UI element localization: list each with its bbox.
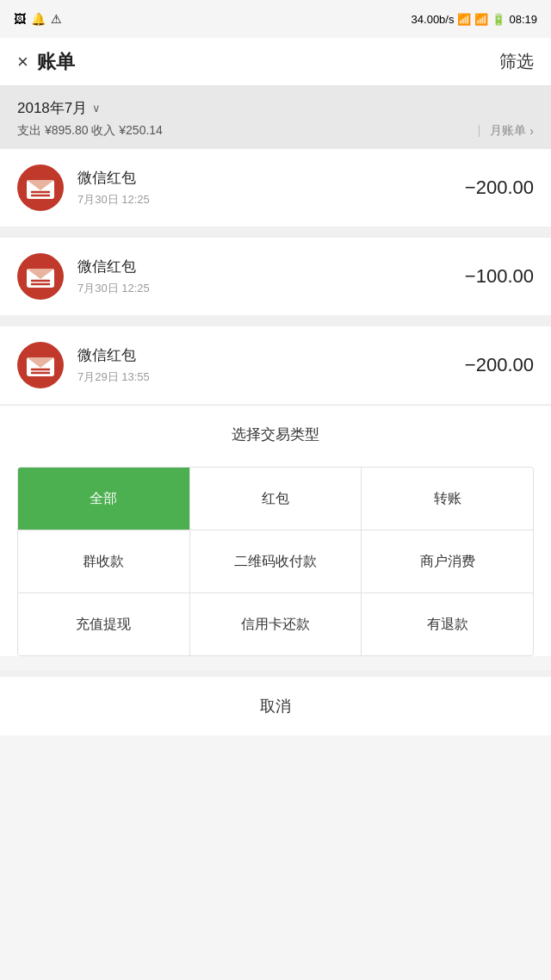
monthly-bill-link[interactable]: 月账单 › <box>479 123 534 139</box>
envelope-svg <box>27 354 54 376</box>
type-cell-qrcode[interactable]: 二维码收付款 <box>190 530 362 592</box>
transaction-name: 微信红包 <box>77 345 451 365</box>
month-header: 2018年7月 ∨ 支出 ¥895.80 收入 ¥250.14 月账单 › <box>0 86 551 149</box>
type-cell-merchant[interactable]: 商户消费 <box>362 530 533 592</box>
image-icon: 🖼 <box>14 12 26 26</box>
transaction-date: 7月29日 13:55 <box>77 369 451 385</box>
envelope-svg <box>27 265 54 288</box>
status-bar: 🖼 🔔 ⚠ 34.00b/s 📶 📶 🔋 08:19 <box>0 0 551 38</box>
type-grid: 全部 红包 转账 群收款 二维码收付款 商户消费 充值提现 信用卡还款 有退款 <box>17 467 534 656</box>
expense-text: 支出 ¥895.80 <box>17 123 89 137</box>
warning-icon: ⚠ <box>51 12 62 26</box>
transaction-icon <box>17 253 64 300</box>
transaction-list: 微信红包 7月30日 12:25 −200.00 微信红包 7月30日 12:2… <box>0 149 551 404</box>
cancel-button[interactable]: 取消 <box>0 670 551 735</box>
month-summary: 支出 ¥895.80 收入 ¥250.14 月账单 › <box>17 123 534 139</box>
month-text[interactable]: 2018年7月 <box>17 98 87 118</box>
transaction-amount: −200.00 <box>465 177 534 199</box>
transaction-info: 微信红包 7月29日 13:55 <box>77 345 451 385</box>
type-cell-credit[interactable]: 信用卡还款 <box>190 593 362 655</box>
type-cell-transfer[interactable]: 转账 <box>362 468 533 530</box>
income-text: 收入 ¥250.14 <box>91 123 163 137</box>
close-button[interactable]: × <box>17 51 28 73</box>
top-nav: × 账单 筛选 <box>0 38 551 86</box>
filter-button[interactable]: 筛选 <box>499 50 534 73</box>
separator <box>0 316 551 326</box>
month-dropdown-arrow[interactable]: ∨ <box>92 102 101 115</box>
transaction-name: 微信红包 <box>77 168 451 188</box>
type-cell-refund[interactable]: 有退款 <box>362 593 533 655</box>
type-cell-all[interactable]: 全部 <box>18 468 189 530</box>
divider-v <box>479 125 480 137</box>
table-row[interactable]: 微信红包 7月30日 12:25 −200.00 <box>0 149 551 226</box>
transaction-info: 微信红包 7月30日 12:25 <box>77 257 451 296</box>
type-cell-hongbao[interactable]: 红包 <box>190 468 362 530</box>
battery-icon: 🔋 <box>492 13 505 26</box>
transaction-icon <box>17 164 64 211</box>
monthly-bill-label: 月账单 <box>490 123 526 139</box>
status-right: 34.00b/s 📶 📶 🔋 08:19 <box>412 13 537 26</box>
envelope-svg <box>27 177 54 199</box>
wifi-icon: 📶 <box>457 13 471 26</box>
transaction-amount: −200.00 <box>465 354 534 376</box>
page-title: 账单 <box>37 49 75 75</box>
time-text: 08:19 <box>509 13 537 26</box>
transaction-name: 微信红包 <box>77 257 451 276</box>
expense-income-summary: 支出 ¥895.80 收入 ¥250.14 <box>17 123 163 139</box>
signal-icon: 📶 <box>474 13 488 26</box>
table-row[interactable]: 微信红包 7月29日 13:55 −200.00 <box>0 326 551 404</box>
transaction-date: 7月30日 12:25 <box>77 281 451 296</box>
sheet-title: 选择交易类型 <box>0 406 551 453</box>
notification-icon: 🔔 <box>31 12 46 26</box>
transaction-type-sheet: 选择交易类型 全部 红包 转账 群收款 二维码收付款 商户消费 充值提现 信用卡… <box>0 405 551 656</box>
nav-left: × 账单 <box>17 49 75 75</box>
status-icons-left: 🖼 🔔 ⚠ <box>14 12 62 26</box>
month-row: 2018年7月 ∨ <box>17 98 534 118</box>
arrow-right-icon: › <box>529 124 534 138</box>
type-cell-recharge[interactable]: 充值提现 <box>18 593 189 655</box>
table-row[interactable]: 微信红包 7月30日 12:25 −100.00 <box>0 238 551 315</box>
separator <box>0 227 551 238</box>
transaction-info: 微信红包 7月30日 12:25 <box>77 168 451 208</box>
speed-text: 34.00b/s <box>412 13 455 26</box>
transaction-date: 7月30日 12:25 <box>77 192 451 208</box>
transaction-amount: −100.00 <box>465 265 534 288</box>
type-cell-group-collect[interactable]: 群收款 <box>18 530 189 592</box>
transaction-icon <box>17 342 64 388</box>
